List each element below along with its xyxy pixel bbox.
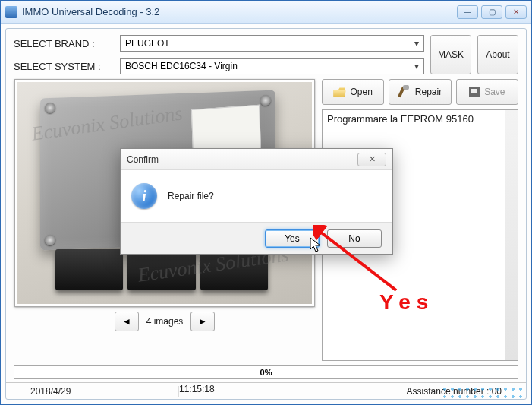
open-label: Open bbox=[350, 87, 372, 97]
repair-button[interactable]: Repair bbox=[389, 79, 451, 105]
brand-row: SELECT BRAND : PEUGEOT bbox=[14, 35, 424, 52]
dialog-titlebar: Confirm ✕ bbox=[121, 149, 392, 170]
window-title: IMMO Universal Decoding - 3.2 bbox=[22, 6, 457, 17]
selection-form: SELECT BRAND : PEUGEOT SELECT SYSTEM : B… bbox=[6, 29, 526, 79]
dialog-yes-button[interactable]: Yes bbox=[265, 229, 320, 248]
brand-label: SELECT BRAND : bbox=[14, 38, 112, 49]
mask-button[interactable]: MASK bbox=[430, 35, 471, 74]
titlebar: IMMO Universal Decoding - 3.2 — ▢ ✕ bbox=[1, 1, 531, 24]
hammer-icon bbox=[398, 87, 411, 97]
chevron-left-icon: ◄ bbox=[122, 316, 131, 327]
mask-label: MASK bbox=[438, 49, 464, 60]
brand-select[interactable]: PEUGEOT bbox=[120, 35, 424, 52]
status-assistance: Assistance number : 00 bbox=[335, 386, 520, 397]
next-image-button[interactable]: ► bbox=[190, 312, 215, 331]
floppy-icon bbox=[469, 87, 480, 97]
system-row: SELECT SYSTEM : BOSCH EDC16C34 - Virgin bbox=[14, 58, 424, 74]
log-line: Programmare la EEPROM 95160 bbox=[327, 113, 474, 125]
brand-value: PEUGEOT bbox=[125, 38, 170, 49]
repair-label: Repair bbox=[415, 87, 442, 97]
info-icon: i bbox=[131, 183, 157, 209]
dialog-message: Repair file? bbox=[168, 191, 214, 201]
confirm-dialog: Confirm ✕ i Repair file? Yes No bbox=[120, 148, 393, 255]
selection-columns: SELECT BRAND : PEUGEOT SELECT SYSTEM : B… bbox=[14, 35, 424, 74]
progress-bar: 0% bbox=[14, 365, 518, 379]
system-value: BOSCH EDC16C34 - Virgin bbox=[125, 61, 238, 71]
folder-open-icon bbox=[333, 87, 345, 97]
save-button[interactable]: Save bbox=[456, 79, 518, 105]
window-controls: — ▢ ✕ bbox=[457, 5, 527, 19]
chevron-right-icon: ► bbox=[198, 316, 207, 327]
about-button[interactable]: About bbox=[477, 35, 518, 74]
app-window: IMMO Universal Decoding - 3.2 — ▢ ✕ SELE… bbox=[0, 0, 532, 405]
no-label: No bbox=[348, 233, 360, 244]
file-toolbar: Open Repair Save bbox=[322, 79, 518, 105]
dialog-body: i Repair file? bbox=[121, 170, 392, 222]
system-label: SELECT SYSTEM : bbox=[14, 61, 112, 72]
status-date: 2018/4/29 bbox=[12, 386, 179, 397]
open-button[interactable]: Open bbox=[322, 79, 384, 105]
dialog-no-button[interactable]: No bbox=[327, 229, 382, 248]
system-select[interactable]: BOSCH EDC16C34 - Virgin bbox=[120, 58, 424, 74]
status-time: 11:15:18 bbox=[179, 384, 335, 399]
dialog-title: Confirm bbox=[127, 154, 357, 165]
maximize-button[interactable]: ▢ bbox=[481, 5, 502, 19]
minimize-button[interactable]: — bbox=[457, 5, 478, 19]
prev-image-button[interactable]: ◄ bbox=[115, 312, 139, 331]
save-label: Save bbox=[484, 87, 505, 97]
pager-text: 4 images bbox=[143, 316, 186, 327]
dialog-footer: Yes No bbox=[121, 222, 392, 254]
yes-label? data-interactablelabel: Yes bbox=[285, 233, 300, 244]
image-pager: ◄ 4 images ► bbox=[115, 312, 215, 331]
status-bar: 2018/4/29 11:15:18 Assistance number : 0… bbox=[6, 382, 526, 399]
dialog-close-button[interactable]: ✕ bbox=[357, 153, 386, 166]
progress-area: 0% bbox=[6, 365, 526, 382]
close-icon: ✕ bbox=[369, 154, 376, 164]
about-label: About bbox=[486, 49, 509, 60]
close-button[interactable]: ✕ bbox=[505, 5, 527, 19]
progress-text: 0% bbox=[260, 368, 272, 377]
app-icon bbox=[5, 6, 17, 18]
